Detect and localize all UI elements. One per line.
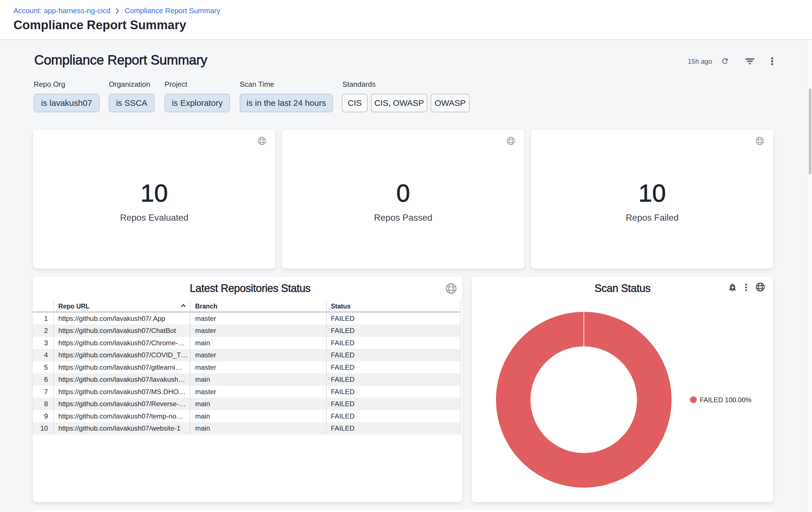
svg-text:FAILED 100.00%: FAILED 100.00% [700, 396, 751, 404]
